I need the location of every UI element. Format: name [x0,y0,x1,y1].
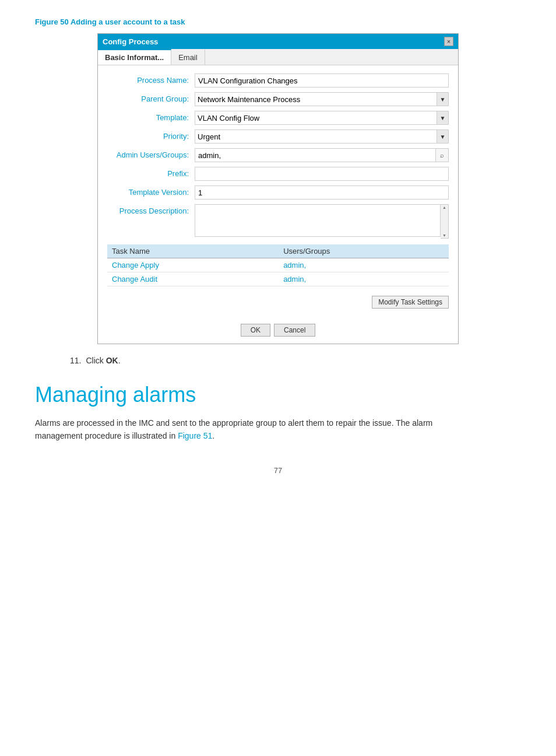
template-field: VLAN Config Flow ▼ [195,111,449,125]
admin-users-label: Admin Users/Groups: [107,148,195,159]
priority-dropdown-arrow: ▼ [437,130,449,144]
tab-email[interactable]: Email [171,49,205,65]
priority-select[interactable]: Urgent [195,130,437,144]
template-dropdown-arrow: ▼ [437,111,449,125]
template-label: Template: [107,111,195,122]
scroll-up-icon: ▲ [442,205,446,209]
template-select[interactable]: VLAN Config Flow [195,111,437,125]
figure-caption: Figure 50 Adding a user account to a tas… [35,18,521,26]
dialog-title: Config Process [103,37,158,46]
process-name-input[interactable] [195,74,449,88]
template-version-label: Template Version: [107,186,195,197]
table-row: Change Audit admin, [107,272,449,286]
section-body-text2: . [212,431,214,440]
parent-group-label: Parent Group: [107,92,195,103]
prefix-field [195,167,449,181]
process-name-field [195,74,449,88]
dialog-tabs: Basic Informat... Email [98,49,458,65]
task-name-column-header: Task Name [107,244,279,258]
parent-group-row: Parent Group: Network Maintenance Proces… [107,92,449,106]
process-description-textarea[interactable] [195,204,441,237]
admin-users-field: ⌕ [195,148,449,162]
dialog-window: Config Process × Basic Informat... Email… [97,33,459,344]
priority-row: Priority: Urgent ▼ [107,130,449,144]
users-groups-cell: admin, [279,272,449,286]
process-description-label: Process Description: [107,204,195,215]
process-description-row: Process Description: ▲ ▼ [107,204,449,239]
ok-bold: OK [106,356,118,365]
parent-group-select[interactable]: Network Maintenance Process [195,92,437,106]
parent-group-dropdown-arrow: ▼ [437,92,449,106]
section-body: Alarms are processed in the IMC and sent… [35,416,455,443]
prefix-input[interactable] [195,167,449,181]
users-groups-cell: admin, [279,258,449,272]
prefix-label: Prefix: [107,167,195,178]
template-version-field [195,186,449,200]
prefix-row: Prefix: [107,167,449,181]
textarea-scrollbar: ▲ ▼ [441,204,449,239]
task-name-cell: Change Apply [107,258,279,272]
parent-group-field: Network Maintenance Process ▼ [195,92,449,106]
step-11-instruction: 11. Click OK. [70,356,521,365]
table-row: Change Apply admin, [107,258,449,272]
priority-label: Priority: [107,130,195,141]
modify-task-settings-button[interactable]: Modify Task Settings [372,296,449,309]
template-row: Template: VLAN Config Flow ▼ [107,111,449,125]
section-heading: Managing alarms [35,383,521,407]
template-version-input[interactable] [195,186,449,200]
task-table: Task Name Users/Groups Change Apply admi… [107,244,449,286]
dialog-footer-right: Modify Task Settings [107,292,449,311]
tab-basic-information[interactable]: Basic Informat... [98,49,171,65]
users-groups-column-header: Users/Groups [279,244,449,258]
section-body-text1: Alarms are processed in the IMC and sent… [35,418,432,440]
scroll-down-icon: ▼ [442,233,446,237]
step-text: Click OK. [86,356,120,365]
page-number: 77 [35,466,521,475]
template-version-row: Template Version: [107,186,449,200]
close-button[interactable]: × [444,37,453,46]
process-name-row: Process Name: [107,74,449,88]
admin-users-input[interactable] [195,148,436,162]
admin-search-icon[interactable]: ⌕ [436,148,449,162]
admin-users-row: Admin Users/Groups: ⌕ [107,148,449,162]
task-name-cell: Change Audit [107,272,279,286]
process-name-label: Process Name: [107,74,195,85]
figure-51-link[interactable]: Figure 51 [178,431,212,440]
process-description-field: ▲ ▼ [195,204,449,239]
dialog-body: Process Name: Parent Group: Network Main… [98,65,458,319]
ok-button[interactable]: OK [241,324,270,337]
dialog-bottom: OK Cancel [98,319,458,344]
step-number: 11. [70,356,81,365]
cancel-button[interactable]: Cancel [274,324,315,337]
dialog-titlebar: Config Process × [98,34,458,49]
priority-field: Urgent ▼ [195,130,449,144]
